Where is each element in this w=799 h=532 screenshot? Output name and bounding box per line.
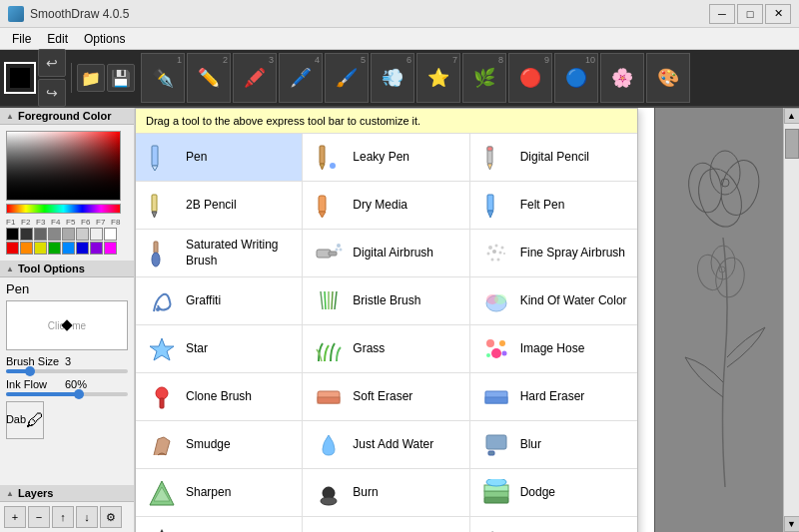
scroll-track[interactable] xyxy=(784,124,799,516)
express-tool-1[interactable]: 1✒️ xyxy=(141,53,185,103)
swatch-silver[interactable] xyxy=(76,228,89,241)
tool-sharpen[interactable]: Sharpen xyxy=(136,469,303,517)
express-tool-12[interactable]: 🎨 xyxy=(646,53,690,103)
swatch-yellow[interactable] xyxy=(34,242,47,255)
layers-content: + − ↑ ↓ ⚙ xyxy=(0,502,134,532)
swatch-lightgray[interactable] xyxy=(62,228,75,241)
swatch-medgray[interactable] xyxy=(48,228,61,241)
express-tool-9[interactable]: 9🔴 xyxy=(508,53,552,103)
menu-edit[interactable]: Edit xyxy=(39,30,76,48)
swatch-nearwhite[interactable] xyxy=(90,228,103,241)
svg-line-31 xyxy=(321,291,323,309)
dab-box[interactable]: Dab 🖊 xyxy=(6,401,44,439)
close-button[interactable]: ✕ xyxy=(765,4,791,24)
express-tool-3[interactable]: 3🖍️ xyxy=(233,53,277,103)
star-label: Star xyxy=(186,341,208,357)
swatch-darkgray[interactable] xyxy=(20,228,33,241)
swatch-gray[interactable] xyxy=(34,228,47,241)
tool-fine-spray-airbrush[interactable]: Fine Spray Airbrush xyxy=(470,230,637,277)
tool-digital-airbrush[interactable]: Digital Airbrush xyxy=(303,230,469,277)
layers-label: Layers xyxy=(18,487,53,499)
swatch-green[interactable] xyxy=(48,242,61,255)
express-tool-2[interactable]: 2✏️ xyxy=(187,53,231,103)
tool-move[interactable]: Move xyxy=(136,517,303,532)
tool-soft-eraser[interactable]: Soft Eraser xyxy=(303,373,469,421)
leaky-pen-label: Leaky Pen xyxy=(353,150,409,166)
burn-icon xyxy=(313,477,345,509)
tool-digital-pencil[interactable]: Digital Pencil xyxy=(470,134,637,182)
express-tool-7[interactable]: 7⭐ xyxy=(416,53,460,103)
tool-hard-eraser[interactable]: Hard Eraser xyxy=(470,373,637,421)
tool-graffiti[interactable]: Graffiti xyxy=(136,277,303,325)
foreground-swatch[interactable] xyxy=(4,62,36,94)
svg-marker-13 xyxy=(487,211,493,218)
express-tool-11[interactable]: 🌸 xyxy=(600,53,644,103)
tool-clone-brush[interactable]: Clone Brush xyxy=(136,373,303,421)
express-tool-10[interactable]: 10🔵 xyxy=(554,53,598,103)
tool-options-header[interactable]: ▲ Tool Options xyxy=(0,261,134,277)
brush-size-slider-track[interactable] xyxy=(6,369,128,373)
ink-flow-slider-track[interactable] xyxy=(6,392,128,396)
undo-button[interactable]: ↩ xyxy=(38,49,66,77)
menu-file[interactable]: File xyxy=(4,30,39,48)
color-picker[interactable] xyxy=(6,131,121,201)
swatch-black[interactable] xyxy=(6,228,19,241)
express-tool-5[interactable]: 5🖌️ xyxy=(325,53,369,103)
scroll-down-button[interactable]: ▼ xyxy=(784,516,800,532)
palette-f3-label: F3 xyxy=(36,218,50,227)
svg-rect-12 xyxy=(487,195,493,211)
add-layer-button[interactable]: + xyxy=(4,506,26,528)
swatch-magenta[interactable] xyxy=(104,242,117,255)
minimize-button[interactable]: ─ xyxy=(709,4,735,24)
layer-down-button[interactable]: ↓ xyxy=(76,506,98,528)
menu-options[interactable]: Options xyxy=(76,30,133,48)
scroll-up-button[interactable]: ▲ xyxy=(784,108,800,124)
maximize-button[interactable]: □ xyxy=(737,4,763,24)
toolbar-left: ↩ ↪ 📁 💾 xyxy=(4,49,135,107)
tool-dodge[interactable]: Dodge xyxy=(470,469,637,517)
digital-pencil-icon xyxy=(480,142,512,174)
tool-saturated-writing-brush[interactable]: Saturated Writing Brush xyxy=(136,230,303,277)
tool-felt-pen[interactable]: Felt Pen xyxy=(470,182,637,230)
svg-point-73 xyxy=(685,161,725,216)
hue-bar[interactable] xyxy=(6,204,121,214)
open-button[interactable]: 📁 xyxy=(77,64,105,92)
tool-kind-of-water-color[interactable]: Kind Of Water Color xyxy=(470,277,637,325)
svg-rect-0 xyxy=(152,146,158,166)
tool-eyedropper[interactable]: Eyedropper xyxy=(470,517,637,532)
tool-pen[interactable]: Pen xyxy=(136,134,303,182)
svg-point-19 xyxy=(336,248,339,251)
tool-just-add-water[interactable]: Just Add Water xyxy=(303,421,469,469)
layer-up-button[interactable]: ↑ xyxy=(52,506,74,528)
save-button[interactable]: 💾 xyxy=(107,64,135,92)
tool-leaky-pen[interactable]: Leaky Pen xyxy=(303,134,469,182)
express-tool-4[interactable]: 4🖊️ xyxy=(279,53,323,103)
tool-bristle-brush[interactable]: Bristle Brush xyxy=(303,277,469,325)
swatch-white[interactable] xyxy=(104,228,117,241)
swatch-lightblue[interactable] xyxy=(62,242,75,255)
swatch-purple[interactable] xyxy=(90,242,103,255)
delete-layer-button[interactable]: − xyxy=(28,506,50,528)
tool-image-hose[interactable]: Image Hose xyxy=(470,325,637,373)
swatch-blue[interactable] xyxy=(76,242,89,255)
dodge-icon xyxy=(480,477,512,509)
express-tool-6[interactable]: 6💨 xyxy=(371,53,414,103)
tool-smudge[interactable]: Smudge xyxy=(136,421,303,469)
redo-button[interactable]: ↪ xyxy=(38,79,66,107)
tool-click-area[interactable]: Click me xyxy=(6,300,128,350)
tool-blur[interactable]: Blur xyxy=(470,421,637,469)
swatch-orange[interactable] xyxy=(20,242,33,255)
layer-options-button[interactable]: ⚙ xyxy=(100,506,122,528)
dry-media-label: Dry Media xyxy=(353,198,407,214)
swatch-red[interactable] xyxy=(6,242,19,255)
tool-star[interactable]: Star xyxy=(136,325,303,373)
tool-burn[interactable]: Burn xyxy=(303,469,469,517)
tool-grass[interactable]: Grass xyxy=(303,325,469,373)
layers-header[interactable]: ▲ Layers xyxy=(0,485,134,502)
foreground-color-header[interactable]: ▲ Foreground Color xyxy=(0,108,134,125)
tool-dry-media[interactable]: Dry Media xyxy=(303,182,469,230)
express-tool-8[interactable]: 8🌿 xyxy=(462,53,506,103)
tool-2b-pencil[interactable]: 2B Pencil xyxy=(136,182,303,230)
sharpen-icon xyxy=(146,477,178,509)
tool-rectangle-select[interactable]: Rectangle Select xyxy=(303,517,469,532)
